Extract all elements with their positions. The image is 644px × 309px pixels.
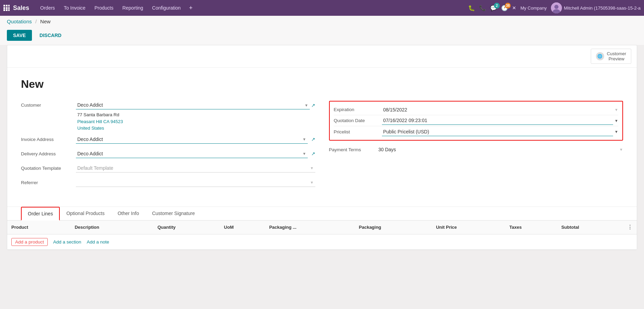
- customer-address: 77 Santa Barbara Rd Pleasant Hill CA 945…: [76, 111, 123, 132]
- svg-rect-2: [8, 5, 10, 7]
- delivery-address-external-link-icon[interactable]: ↗: [311, 151, 315, 156]
- invoice-address-value-wrapper: ▼ ↗: [76, 135, 315, 144]
- menu-to-invoice[interactable]: To Invoice: [60, 3, 90, 13]
- payment-terms-value-wrapper: ▼: [377, 145, 623, 154]
- top-menu: Orders To Invoice Products Reporting Con…: [36, 2, 468, 14]
- customer-preview-button[interactable]: 🌐 Customer Preview: [591, 49, 631, 64]
- app-brand[interactable]: Sales: [13, 4, 29, 12]
- add-note-link[interactable]: Add a note: [87, 239, 109, 245]
- pricelist-input[interactable]: [382, 128, 613, 136]
- grid-icon[interactable]: [3, 5, 10, 11]
- payment-terms-input[interactable]: [377, 145, 620, 154]
- col-header-packaging-name: Packaging ...: [265, 221, 355, 234]
- referrer-field-row: Referrer ▼: [21, 178, 315, 189]
- svg-rect-7: [6, 9, 8, 11]
- invoice-address-external-link-icon[interactable]: ↗: [311, 136, 315, 142]
- table-header-row: Product Description Quantity UoM Packagi…: [7, 221, 637, 234]
- user-menu[interactable]: Mitchell Admin (17505398-saas-15-2-a: [551, 2, 641, 13]
- discard-button[interactable]: DISCARD: [35, 30, 66, 41]
- invoice-address-select-wrapper: ▼: [76, 135, 308, 144]
- right-highlight-box: Expiration ▼ Quotation Date ▼: [329, 101, 623, 141]
- quotation-date-input[interactable]: [382, 116, 613, 125]
- table-options-icon[interactable]: ⋮: [627, 224, 633, 230]
- quotation-date-value-wrapper: ▼: [382, 116, 619, 125]
- tab-order-lines[interactable]: Order Lines: [21, 207, 60, 221]
- tab-other-info[interactable]: Other Info: [111, 207, 145, 221]
- close-icon-btn[interactable]: ✕: [512, 5, 516, 11]
- menu-configuration[interactable]: Configuration: [148, 3, 185, 13]
- col-header-description: Description: [70, 221, 153, 234]
- svg-rect-5: [8, 7, 10, 9]
- breadcrumb-current: New: [40, 19, 50, 24]
- order-lines-table: Product Description Quantity UoM Packagi…: [7, 221, 637, 250]
- top-navigation: Sales Orders To Invoice Products Reporti…: [0, 0, 644, 16]
- customer-select-wrapper: ▼: [76, 101, 310, 109]
- tab-optional-products[interactable]: Optional Products: [60, 207, 111, 221]
- main-form: 🌐 Customer Preview New Customer ▼: [7, 45, 637, 250]
- svg-rect-1: [6, 5, 8, 7]
- add-product-button[interactable]: Add a product: [11, 238, 48, 246]
- customer-preview-label: Customer Preview: [607, 51, 626, 61]
- form-left-column: Customer ▼ ↗ 77 Santa Barbara Rd Pleasan…: [21, 101, 315, 193]
- quotation-template-select-wrapper: ▼: [76, 164, 315, 173]
- action-bar: SAVE DISCARD: [0, 27, 644, 45]
- customer-external-link-icon[interactable]: ↗: [311, 103, 315, 108]
- customer-input[interactable]: [76, 101, 310, 109]
- add-section-link[interactable]: Add a section: [53, 239, 81, 245]
- expiration-value-wrapper: ▼: [382, 106, 619, 114]
- expiration-chevron-icon: ▼: [614, 108, 618, 112]
- invoice-address-input[interactable]: [76, 135, 308, 144]
- quotation-date-label: Quotation Date: [334, 118, 382, 123]
- tabs-section: Order Lines Optional Products Other Info…: [7, 206, 637, 250]
- breadcrumb: Quotations / New: [0, 16, 644, 27]
- referrer-select-wrapper: ▼: [76, 178, 315, 187]
- expiration-label: Expiration: [334, 107, 382, 112]
- pricelist-value-wrapper: ▼: [382, 128, 619, 136]
- quotation-template-value-wrapper: ▼: [76, 164, 315, 173]
- svg-rect-4: [6, 7, 8, 9]
- table-add-row: Add a product Add a section Add a note: [7, 234, 637, 250]
- col-header-uom: UoM: [220, 221, 265, 234]
- delivery-address-label: Delivery Address: [21, 150, 76, 156]
- referrer-label: Referrer: [21, 178, 76, 185]
- form-body: New Customer ▼ ↗: [7, 68, 637, 206]
- col-header-packaging: Packaging: [355, 221, 432, 234]
- breadcrumb-parent[interactable]: Quotations: [7, 19, 32, 24]
- delivery-address-input[interactable]: [76, 150, 308, 158]
- company-label[interactable]: My Company: [520, 5, 547, 11]
- chat-icon-btn[interactable]: 💬 2: [490, 5, 497, 11]
- expiration-field-row: Expiration ▼: [334, 104, 619, 115]
- globe-icon: 🌐: [596, 52, 604, 60]
- col-header-subtotal: Subtotal: [557, 221, 623, 234]
- customer-field-row: Customer ▼ ↗ 77 Santa Barbara Rd Pleasan…: [21, 101, 315, 132]
- add-menu-icon[interactable]: +: [185, 2, 196, 14]
- customer-value-wrapper: ▼ ↗ 77 Santa Barbara Rd Pleasant Hill CA…: [76, 101, 315, 132]
- menu-orders[interactable]: Orders: [36, 3, 59, 13]
- invoice-address-label: Invoice Address: [21, 135, 76, 142]
- phone-icon-btn[interactable]: 📞: [479, 5, 486, 11]
- tab-customer-signature[interactable]: Customer Signature: [146, 207, 202, 221]
- expiration-input[interactable]: [382, 106, 615, 114]
- clock-badge: 38: [505, 3, 511, 9]
- col-header-product: Product: [7, 221, 70, 234]
- record-title: New: [21, 78, 623, 91]
- svg-rect-6: [3, 9, 5, 11]
- menu-products[interactable]: Products: [90, 3, 117, 13]
- col-header-taxes: Taxes: [505, 221, 557, 234]
- quotation-template-input[interactable]: [76, 164, 315, 173]
- delivery-address-field-row: Delivery Address ▼ ↗: [21, 150, 315, 161]
- form-columns: Customer ▼ ↗ 77 Santa Barbara Rd Pleasan…: [21, 101, 623, 193]
- customer-label: Customer: [21, 101, 76, 108]
- chat-badge: 2: [494, 3, 500, 9]
- user-name: Mitchell Admin (17505398-saas-15-2-a: [564, 5, 641, 11]
- save-button[interactable]: SAVE: [7, 30, 32, 41]
- breadcrumb-separator: /: [35, 19, 37, 24]
- clock-icon-btn[interactable]: 🕐 38: [501, 5, 508, 11]
- svg-rect-8: [8, 9, 10, 11]
- referrer-input[interactable]: [76, 178, 315, 187]
- menu-reporting[interactable]: Reporting: [118, 3, 147, 13]
- svg-rect-0: [3, 5, 5, 7]
- topnav-right: 🐛 📞 💬 2 🕐 38 ✕ My Company Mitchell: [468, 2, 641, 13]
- bug-icon-btn[interactable]: 🐛: [468, 5, 475, 11]
- quotation-date-chevron-icon: ▼: [614, 119, 618, 123]
